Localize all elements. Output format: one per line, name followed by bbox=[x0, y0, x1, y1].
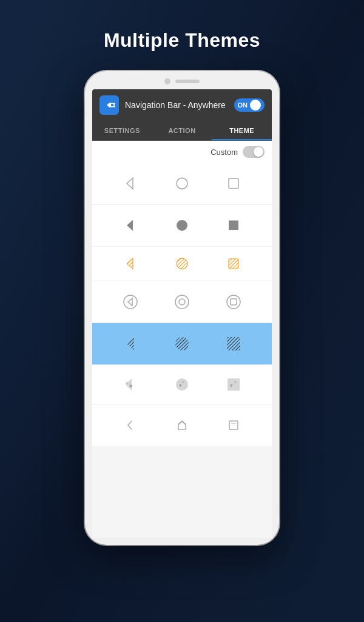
icon-home-outline bbox=[170, 171, 194, 196]
toggle-knob bbox=[250, 100, 261, 111]
icon-back-filled-gray bbox=[118, 213, 143, 238]
custom-toggle[interactable] bbox=[243, 146, 265, 158]
icon-recents-filled-gray bbox=[221, 213, 246, 238]
icon-recents-outline bbox=[221, 171, 246, 196]
phone-camera bbox=[164, 78, 170, 84]
svg-rect-8 bbox=[229, 220, 238, 230]
icon-home-filled-gray bbox=[170, 213, 194, 238]
svg-marker-16 bbox=[128, 298, 132, 306]
icon-back-outline bbox=[118, 171, 143, 196]
svg-marker-6 bbox=[127, 220, 133, 231]
svg-rect-26 bbox=[227, 337, 240, 350]
theme-row-outline[interactable] bbox=[92, 163, 272, 205]
svg-marker-22 bbox=[127, 337, 134, 350]
icon-recents-orange-hatched bbox=[221, 251, 246, 276]
svg-text:♥: ♥ bbox=[126, 381, 128, 385]
icon-back-hatched bbox=[118, 332, 143, 356]
svg-point-1 bbox=[110, 103, 114, 107]
theme-row-orange[interactable] bbox=[92, 247, 272, 281]
toggle-label: ON bbox=[238, 101, 248, 109]
svg-point-24 bbox=[175, 337, 189, 350]
svg-rect-14 bbox=[229, 259, 238, 268]
svg-rect-5 bbox=[229, 179, 238, 188]
theme-row-circle-outline[interactable] bbox=[92, 281, 272, 323]
svg-rect-36 bbox=[229, 421, 238, 429]
theme-content: Custom bbox=[92, 141, 272, 538]
svg-marker-3 bbox=[127, 178, 133, 189]
phone-top-bar bbox=[92, 78, 272, 84]
phone-speaker bbox=[175, 80, 200, 83]
icon-home-circle bbox=[170, 290, 194, 314]
svg-rect-33 bbox=[228, 378, 240, 391]
svg-point-17 bbox=[175, 295, 189, 309]
theme-row-hearts[interactable]: ♥ ♥ ♥ ♥ ♥ ♥ bbox=[92, 365, 272, 405]
icon-recents-hearts: ♥ ♥ bbox=[221, 372, 246, 397]
tab-action[interactable]: ACTION bbox=[152, 121, 212, 140]
icon-back-orange bbox=[118, 251, 143, 276]
app-screen: Navigation Bar - Anywhere ON SETTINGS AC… bbox=[92, 89, 272, 538]
icon-recents-circle bbox=[221, 290, 246, 314]
svg-point-12 bbox=[177, 258, 187, 269]
custom-label: Custom bbox=[211, 148, 238, 157]
svg-point-18 bbox=[179, 299, 185, 305]
theme-row-minimal[interactable] bbox=[92, 405, 272, 446]
app-header: Navigation Bar - Anywhere ON bbox=[92, 89, 272, 121]
svg-rect-20 bbox=[231, 299, 237, 305]
svg-point-4 bbox=[177, 178, 187, 189]
app-icon bbox=[99, 95, 119, 115]
custom-toggle-knob bbox=[254, 147, 263, 157]
icon-back-hearts: ♥ ♥ bbox=[118, 372, 143, 397]
tab-settings[interactable]: SETTINGS bbox=[92, 121, 152, 140]
custom-row: Custom bbox=[92, 141, 272, 163]
tab-theme[interactable]: THEME bbox=[212, 121, 272, 140]
svg-marker-10 bbox=[127, 258, 133, 269]
svg-text:♥: ♥ bbox=[234, 380, 237, 384]
svg-marker-0 bbox=[107, 102, 110, 108]
svg-text:♥: ♥ bbox=[230, 383, 233, 388]
icon-recents-minimal bbox=[221, 413, 246, 437]
svg-point-7 bbox=[177, 220, 187, 231]
theme-row-hatched-selected[interactable] bbox=[92, 323, 272, 365]
svg-rect-2 bbox=[114, 103, 115, 107]
svg-text:♥: ♥ bbox=[129, 383, 133, 389]
icon-recents-hatched bbox=[221, 332, 246, 356]
phone-mockup: Navigation Bar - Anywhere ON SETTINGS AC… bbox=[85, 71, 279, 545]
app-title: Navigation Bar - Anywhere bbox=[125, 100, 228, 110]
icon-home-hearts: ♥ ♥ bbox=[170, 372, 194, 397]
icon-home-hatched bbox=[170, 332, 194, 356]
icon-home-orange-hatched bbox=[170, 251, 194, 276]
page-title: Multiple Themes bbox=[104, 29, 260, 52]
svg-point-19 bbox=[227, 295, 240, 309]
svg-point-15 bbox=[124, 295, 137, 309]
theme-row-filled-gray[interactable] bbox=[92, 205, 272, 247]
nav-tabs: SETTINGS ACTION THEME bbox=[92, 121, 272, 141]
svg-text:♥: ♥ bbox=[182, 380, 184, 384]
icon-back-minimal bbox=[118, 413, 143, 437]
icon-back-circle bbox=[118, 290, 143, 314]
on-toggle[interactable]: ON bbox=[234, 98, 265, 112]
icon-home-minimal bbox=[170, 413, 194, 437]
